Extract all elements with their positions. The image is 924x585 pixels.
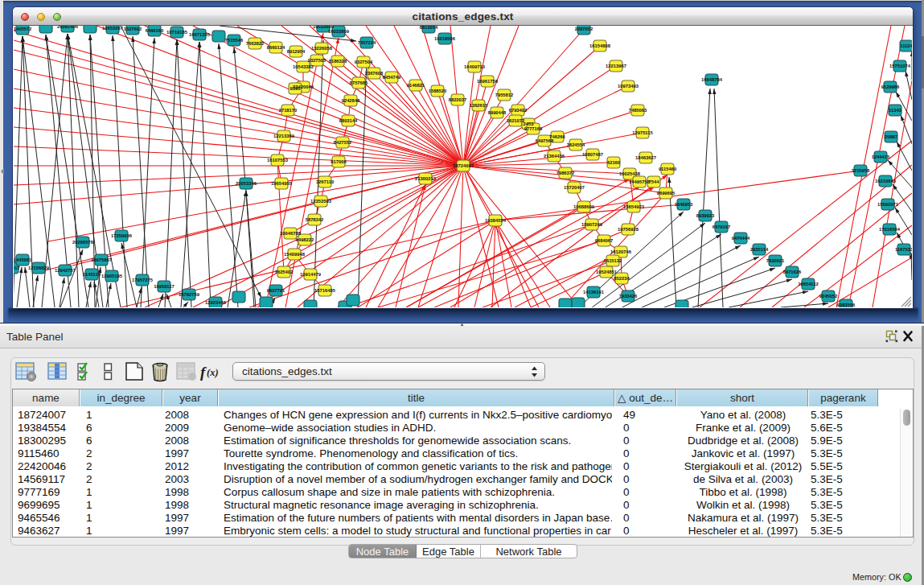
svg-text:8990448: 8990448: [488, 110, 507, 115]
svg-text:9498222: 9498222: [296, 237, 314, 242]
svg-text:18463627: 18463627: [635, 155, 656, 160]
svg-text:1527602: 1527602: [124, 27, 142, 31]
svg-text:5878342: 5878342: [306, 217, 324, 222]
svg-text:10688609: 10688609: [573, 204, 595, 209]
svg-text:16107553: 16107553: [267, 158, 289, 163]
svg-text:7544: 7544: [649, 179, 660, 184]
svg-text:19756928: 19756928: [618, 227, 639, 232]
svg-text:3267110: 3267110: [316, 179, 334, 184]
svg-text:15751074: 15751074: [889, 64, 911, 68]
svg-text:17016504: 17016504: [879, 227, 901, 232]
svg-text:19654955: 19654955: [271, 181, 293, 186]
svg-text:7832621: 7832621: [766, 258, 785, 263]
svg-text:1621072: 1621072: [507, 118, 525, 123]
svg-text:16782759: 16782759: [179, 292, 200, 297]
svg-text:9115460: 9115460: [659, 167, 676, 171]
svg-text:19384554: 19384554: [485, 218, 507, 223]
svg-text:1167533: 1167533: [895, 247, 912, 252]
svg-text:12213369: 12213369: [273, 134, 295, 138]
svg-text:62160: 62160: [607, 160, 620, 165]
svg-text:18724007: 18724007: [453, 163, 474, 168]
svg-text:1362615: 1362615: [470, 103, 488, 108]
svg-text:14136141: 14136141: [583, 290, 605, 295]
svg-text:10543382: 10543382: [293, 64, 314, 69]
svg-text:7933426: 7933426: [619, 294, 638, 299]
svg-text:9129966: 9129966: [881, 84, 900, 89]
svg-text:8471626: 8471626: [783, 270, 802, 274]
svg-text:1145114: 1145114: [83, 272, 101, 277]
svg-text:8912954: 8912954: [287, 49, 306, 54]
svg-text:7357224: 7357224: [358, 40, 376, 45]
svg-text:8186328: 8186328: [329, 59, 347, 64]
svg-text:12213967: 12213967: [606, 64, 626, 68]
svg-text:14120746: 14120746: [610, 249, 632, 254]
svg-text:8757685: 8757685: [350, 80, 368, 85]
svg-text:8660124: 8660124: [267, 45, 285, 50]
svg-text:1405572: 1405572: [14, 27, 31, 31]
svg-text:2367608: 2367608: [365, 71, 384, 76]
svg-text:10973493: 10973493: [618, 84, 639, 89]
svg-text:16210643: 16210643: [875, 179, 897, 183]
svg-text:9146821: 9146821: [407, 83, 425, 88]
svg-text:10914479: 10914479: [300, 272, 322, 277]
svg-text:9474444: 9474444: [732, 236, 750, 241]
svg-text:16154808: 16154808: [589, 43, 611, 48]
svg-text:9383556: 9383556: [837, 303, 856, 307]
svg-text:8813054: 8813054: [420, 26, 438, 30]
svg-text:21300213: 21300213: [415, 176, 437, 181]
svg-text:12156829: 12156829: [28, 266, 50, 270]
svg-text:9777169: 9777169: [524, 126, 543, 131]
svg-text:9327504: 9327504: [355, 60, 373, 64]
svg-text:3215958: 3215958: [852, 168, 870, 173]
svg-text:16648784: 16648784: [701, 77, 723, 82]
svg-text:8427552: 8427552: [334, 140, 352, 145]
svg-text:9699695: 9699695: [657, 191, 676, 196]
svg-text:8822037: 8822037: [449, 97, 467, 102]
svg-text:391517: 391517: [14, 266, 20, 270]
svg-text:16409710: 16409710: [464, 64, 485, 69]
svg-text:2935114: 2935114: [750, 247, 769, 252]
svg-text:15409948: 15409948: [284, 252, 306, 257]
svg-text:19218506: 19218506: [434, 36, 456, 41]
svg-text:20887: 20887: [885, 134, 897, 139]
svg-text:18907249: 18907249: [581, 222, 603, 227]
svg-text:746266: 746266: [549, 134, 565, 139]
svg-text:9242848: 9242848: [342, 98, 360, 103]
svg-text:13716485: 13716485: [314, 288, 336, 293]
svg-text:8939923: 8939923: [696, 213, 715, 218]
svg-text:12942757: 12942757: [55, 268, 76, 273]
svg-text:16033809: 16033809: [328, 29, 350, 34]
svg-text:20091406: 20091406: [57, 26, 79, 29]
svg-text:2087652: 2087652: [575, 27, 593, 31]
svg-text:8454749: 8454749: [383, 75, 401, 80]
svg-text:2718170: 2718170: [279, 108, 298, 113]
svg-text:7955812: 7955812: [495, 93, 514, 97]
svg-text:7485063: 7485063: [629, 108, 647, 113]
svg-text:10975867: 10975867: [91, 257, 112, 262]
svg-text:9657791: 9657791: [267, 288, 285, 293]
svg-text:14495758: 14495758: [629, 179, 651, 184]
svg-text:21364436: 21364436: [544, 154, 565, 159]
svg-text:11124: 11124: [900, 43, 912, 48]
svg-text:7625402: 7625402: [275, 270, 294, 274]
svg-text:3624554: 3624554: [567, 142, 585, 147]
svg-text:6466160: 6466160: [146, 28, 164, 33]
svg-text:15720407: 15720407: [564, 185, 585, 190]
svg-text:19524851: 19524851: [596, 270, 618, 274]
svg-text:8803144: 8803144: [339, 118, 358, 123]
svg-text:1615132: 1615132: [604, 258, 622, 263]
svg-text:9684067: 9684067: [595, 238, 614, 243]
svg-text:1244415: 1244415: [872, 154, 890, 159]
svg-text:7986372: 7986372: [556, 171, 575, 175]
svg-text:16671355: 16671355: [189, 32, 211, 37]
svg-text:10653267: 10653267: [102, 26, 123, 31]
svg-text:17359936: 17359936: [111, 233, 133, 238]
svg-text:11343: 11343: [889, 108, 902, 113]
svg-text:(x): (x): [207, 367, 219, 378]
svg-text:6479197: 6479197: [713, 225, 731, 229]
svg-text:16961758: 16961758: [477, 79, 499, 84]
svg-text:12353593: 12353593: [310, 199, 332, 204]
svg-text:9245052: 9245052: [819, 294, 838, 299]
svg-text:12923446: 12923446: [205, 300, 227, 305]
svg-text:6793402: 6793402: [509, 108, 528, 113]
